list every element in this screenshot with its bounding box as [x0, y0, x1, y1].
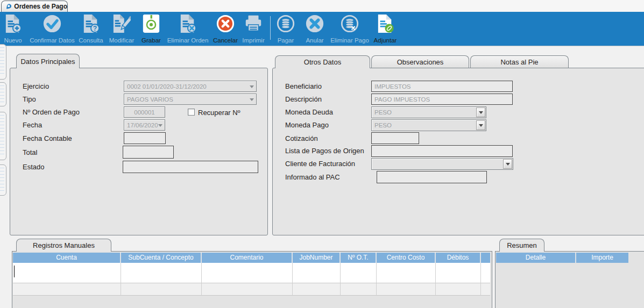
moneda-pago-combobox[interactable]: PESO — [371, 119, 486, 131]
chevron-down-button[interactable] — [476, 108, 485, 117]
resumen-grid-header: Detalle Importe — [496, 253, 628, 263]
cell-ot[interactable] — [341, 263, 377, 283]
adjuntar-button[interactable]: Adjuntar — [371, 14, 400, 44]
column-header-partial — [481, 253, 490, 263]
attach-paperclip-icon — [377, 14, 394, 33]
cotizacion-label: Cotización — [285, 134, 318, 142]
pagar-button[interactable]: Pagar — [272, 14, 299, 44]
cancel-x-red-icon — [216, 14, 235, 33]
check-circle-icon — [43, 14, 62, 33]
descripcion-input[interactable]: PAGO IMPUESTOS — [371, 94, 513, 105]
grabar-button[interactable]: Grabar — [138, 14, 165, 44]
coins-x-circle-icon — [340, 14, 359, 33]
total-label: Total — [23, 148, 37, 156]
orden-pago-label: Nº Orden de Pago — [23, 108, 80, 116]
eliminar-orden-button[interactable]: Eliminar Orden — [164, 14, 211, 44]
column-header-jobnumber: JobNumber — [293, 253, 341, 263]
cell-partial[interactable] — [481, 263, 490, 283]
beneficiario-input[interactable]: IMPUESTOS — [371, 81, 513, 92]
text-cursor — [14, 266, 15, 277]
registros-grid-header: Cuenta SubCuenta / Concepto Comentario J… — [13, 253, 490, 263]
tab-registros-manuales[interactable]: Registros Manuales — [16, 239, 111, 252]
moneda-deuda-label: Moneda Deuda — [285, 108, 333, 116]
fecha-contable-input[interactable] — [124, 132, 166, 144]
tipo-combobox[interactable]: PAGOS VARIOS — [124, 94, 257, 105]
chevron-down-button[interactable] — [503, 159, 512, 169]
ejercicio-label: Ejercicio — [23, 82, 49, 90]
column-header-comentario: Comentario — [202, 253, 293, 263]
toolbar-separator — [270, 16, 271, 40]
column-header-centro-costo: Centro Costo — [377, 253, 436, 263]
ejercicio-combobox[interactable]: 0002 01/01/2020-31/12/2020 — [124, 81, 257, 92]
cell-debitos[interactable] — [436, 263, 481, 283]
orden-pago-input[interactable]: 000001 — [124, 106, 165, 118]
confirmar-datos-button[interactable]: Confirmar Datos — [27, 14, 77, 44]
eliminar-pago-button[interactable]: Eliminar Pago — [328, 14, 371, 44]
chevron-down-button[interactable] — [476, 120, 485, 130]
save-floppy-icon — [141, 14, 161, 33]
recuperar-numero-checkbox[interactable] — [188, 109, 195, 116]
coins-circle-icon — [276, 14, 295, 33]
column-header-ot: Nº O.T. — [341, 253, 377, 263]
document-x-icon — [179, 14, 196, 33]
cliente-facturacion-combobox[interactable] — [371, 158, 513, 170]
tab-notas-al-pie[interactable]: Notas al Pie — [470, 55, 569, 68]
tab-resumen[interactable]: Resumen — [499, 239, 544, 252]
window-tab-title: Ordenes de Pago — [14, 3, 67, 10]
consulta-button[interactable]: ? Consulta — [77, 14, 105, 44]
column-header-importe: Importe — [576, 253, 628, 263]
registros-row-2[interactable] — [13, 283, 490, 296]
column-header-subcuenta: SubCuenta / Concepto — [121, 253, 202, 263]
side-strip-button-1[interactable] — [0, 44, 6, 80]
lista-pagos-origen-label: Lista de Pagos de Origen — [285, 147, 364, 155]
tab-datos-principales[interactable]: Datos Principales — [16, 54, 80, 68]
app-icon — [6, 3, 11, 10]
side-strip-button-2[interactable] — [0, 82, 6, 106]
informado-pac-label: Informado al PAC — [285, 173, 340, 181]
beneficiario-label: Beneficiario — [285, 82, 322, 90]
new-document-icon — [4, 14, 22, 33]
cotizacion-input[interactable] — [371, 132, 419, 144]
moneda-deuda-combobox[interactable]: PESO — [371, 106, 486, 118]
window-tab-bar: Ordenes de Pago — [0, 0, 644, 12]
fecha-datepicker[interactable]: 17/06/2020 — [124, 119, 165, 131]
column-header-debitos: Débitos — [436, 253, 481, 263]
moneda-pago-label: Moneda Pago — [285, 121, 329, 129]
document-question-icon: ? — [82, 14, 100, 33]
cell-centro-costo[interactable] — [377, 263, 436, 283]
total-input[interactable] — [123, 146, 174, 159]
cell-jobnumber[interactable] — [293, 263, 341, 283]
svg-text:?: ? — [93, 25, 97, 32]
modificar-button[interactable]: Modificar — [104, 14, 139, 44]
x-blue-circle-icon — [305, 14, 324, 33]
lista-pagos-origen-input[interactable] — [371, 145, 513, 157]
cliente-facturacion-label: Cliente de Facturación — [285, 160, 355, 168]
nuevo-button[interactable]: Nuevo — [1, 14, 25, 44]
registros-row-1[interactable] — [13, 263, 490, 283]
tipo-label: Tipo — [23, 95, 36, 103]
anular-button[interactable]: Anular — [300, 14, 329, 44]
cell-cuenta[interactable] — [13, 263, 121, 283]
tab-observaciones[interactable]: Observaciones — [371, 55, 469, 68]
cancelar-button[interactable]: Cancelar — [211, 14, 240, 44]
informado-pac-input[interactable] — [377, 171, 487, 183]
cell-comentario[interactable] — [202, 263, 293, 283]
window-tab-ordenes-de-pago[interactable]: Ordenes de Pago — [1, 1, 68, 12]
tab-otros-datos[interactable]: Otros Datos — [275, 55, 370, 68]
recuperar-numero-label: Recuperar Nº — [198, 109, 240, 117]
printer-icon — [244, 14, 263, 33]
estado-input[interactable] — [123, 161, 258, 173]
side-strip-button-4[interactable] — [0, 164, 6, 196]
chevron-down-icon — [250, 85, 254, 88]
cell-subcuenta[interactable] — [121, 263, 202, 283]
ordenes-de-pago-window: Ordenes de Pago Nuevo Confirmar Datos — [0, 0, 644, 308]
imprimir-button[interactable]: Imprimir — [239, 14, 267, 44]
fecha-contable-label: Fecha Contable — [23, 134, 72, 142]
descripcion-label: Descripción — [285, 95, 322, 103]
fecha-label: Fecha — [23, 121, 42, 129]
side-strip-button-3[interactable] — [0, 112, 6, 160]
column-header-cuenta: Cuenta — [13, 253, 121, 263]
column-header-detalle: Detalle — [496, 253, 576, 263]
chevron-down-icon — [250, 98, 254, 101]
estado-label: Estado — [23, 163, 44, 171]
